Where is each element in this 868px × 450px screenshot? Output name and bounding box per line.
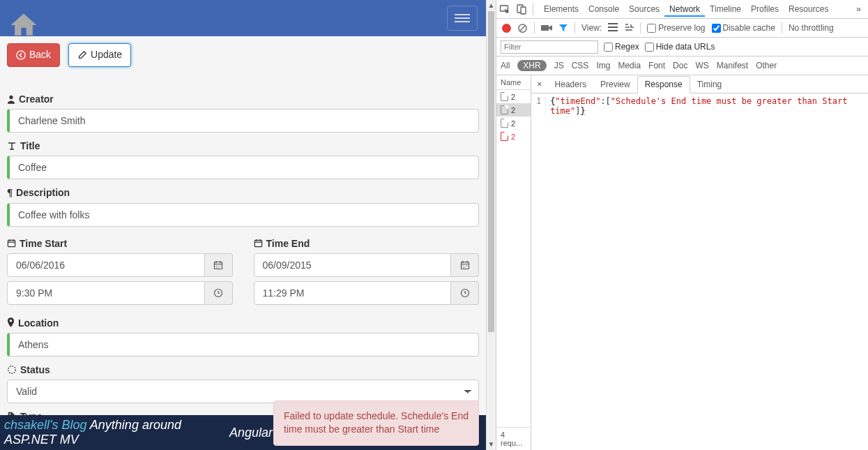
devtools-tab-elements[interactable]: Elements <box>539 1 584 17</box>
filter-input[interactable] <box>501 40 598 54</box>
view-detail-icon[interactable] <box>624 23 634 33</box>
hide-urls-checkbox[interactable]: Hide data URLs <box>645 42 715 52</box>
description-input[interactable] <box>7 203 479 227</box>
time-start-date-input[interactable] <box>7 253 205 277</box>
svg-point-8 <box>8 366 16 373</box>
scroll-down-icon[interactable]: ▼ <box>487 439 496 450</box>
svg-rect-12 <box>521 7 526 14</box>
devtools-tab-network[interactable]: Network <box>664 1 705 17</box>
filter-manifest[interactable]: Manifest <box>717 61 748 70</box>
description-label: ¶ Description <box>7 187 479 199</box>
line-number: 1 <box>531 96 546 116</box>
error-toast: Failed to update schedule. Schedule's En… <box>273 400 479 446</box>
menu-toggle-button[interactable] <box>447 6 478 31</box>
filter-css[interactable]: CSS <box>572 61 589 70</box>
svg-rect-5 <box>254 240 261 246</box>
overflow-icon[interactable]: » <box>852 4 865 14</box>
view-label: View: <box>581 23 602 33</box>
creator-input[interactable] <box>7 109 479 133</box>
time-end-date-input[interactable] <box>254 253 452 277</box>
svg-rect-2 <box>8 240 15 246</box>
response-tab-response[interactable]: Response <box>637 76 690 93</box>
filter-xhr[interactable]: XHR <box>517 60 546 71</box>
scrollbar[interactable]: ▲ ▼ <box>486 0 496 450</box>
app-pane: Back Update Creator Title <box>0 0 486 450</box>
view-list-icon[interactable] <box>608 23 618 33</box>
calendar-icon[interactable] <box>451 253 479 277</box>
clear-icon[interactable] <box>517 23 528 33</box>
response-tab-headers[interactable]: Headers <box>548 75 593 93</box>
filter-font[interactable]: Font <box>648 61 665 70</box>
title-label: Title <box>7 140 479 151</box>
time-start-time-input[interactable] <box>7 281 205 305</box>
preserve-log-checkbox[interactable]: Preserve log <box>647 23 705 33</box>
type-filters: AllXHRJSCSSImgMediaFontDocWSManifestOthe… <box>496 57 868 75</box>
svg-rect-17 <box>608 30 618 31</box>
request-item[interactable]: 2 <box>496 103 531 117</box>
network-toolbar: View: Preserve log Disable cache No thro… <box>496 19 868 38</box>
filter-doc[interactable]: Doc <box>673 61 687 70</box>
devtools: ElementsConsoleSourcesNetworkTimelinePro… <box>496 0 868 450</box>
filter-img[interactable]: Img <box>596 61 610 70</box>
filter-icon[interactable] <box>558 23 568 33</box>
request-item[interactable]: 2 <box>496 117 531 130</box>
back-label: Back <box>29 48 51 62</box>
inspect-icon[interactable] <box>499 3 510 15</box>
filter-js[interactable]: JS <box>554 61 564 70</box>
device-icon[interactable] <box>516 3 527 15</box>
file-icon <box>501 132 508 141</box>
time-start-label: Time Start <box>7 238 233 249</box>
devtools-tab-profiles[interactable]: Profiles <box>746 1 784 17</box>
camera-icon[interactable] <box>541 24 552 32</box>
record-button[interactable] <box>502 24 511 33</box>
file-icon <box>501 119 508 128</box>
home-icon[interactable] <box>8 10 39 43</box>
status-select[interactable]: Valid <box>7 380 479 403</box>
back-button[interactable]: Back <box>7 43 60 67</box>
filter-other[interactable]: Other <box>756 61 777 70</box>
regex-checkbox[interactable]: Regex <box>604 42 639 52</box>
scroll-thumb[interactable] <box>488 11 494 332</box>
devtools-tab-timeline[interactable]: Timeline <box>705 1 746 17</box>
filter-all[interactable]: All <box>501 61 510 70</box>
request-count: 4 requ... <box>496 427 531 450</box>
svg-point-1 <box>9 95 13 98</box>
name-column-header: Name <box>496 75 531 90</box>
response-pane: × HeadersPreviewResponseTiming 1 {"timeE… <box>531 75 868 450</box>
disable-cache-checkbox[interactable]: Disable cache <box>712 23 775 33</box>
svg-rect-16 <box>608 27 618 28</box>
svg-point-0 <box>17 51 25 59</box>
request-item[interactable]: 2 <box>496 130 531 143</box>
request-item[interactable]: 2 <box>496 90 531 103</box>
close-response-button[interactable]: × <box>531 79 548 89</box>
filter-bar: Regex Hide data URLs <box>496 38 868 57</box>
status-label: Status <box>7 364 479 375</box>
response-body: 1 {"timeEnd":["Schedule's End time must … <box>531 93 868 450</box>
creator-label: Creator <box>7 93 479 105</box>
clock-icon[interactable] <box>451 281 479 305</box>
time-end-time-input[interactable] <box>254 281 452 305</box>
blog-link[interactable]: chsakell's Blog <box>4 418 87 432</box>
svg-rect-14 <box>541 25 549 31</box>
clock-icon[interactable] <box>205 281 233 305</box>
response-tab-preview[interactable]: Preview <box>593 75 637 93</box>
svg-rect-10 <box>501 6 508 11</box>
file-icon <box>501 92 508 101</box>
location-input[interactable] <box>7 333 479 357</box>
location-label: Location <box>7 317 479 329</box>
update-button[interactable]: Update <box>68 43 131 67</box>
svg-point-9 <box>9 413 10 414</box>
file-icon <box>501 105 508 114</box>
devtools-tab-resources[interactable]: Resources <box>784 1 833 17</box>
devtools-tab-sources[interactable]: Sources <box>624 1 664 17</box>
response-tab-timing[interactable]: Timing <box>690 75 729 93</box>
scroll-up-icon[interactable]: ▲ <box>487 0 496 11</box>
calendar-icon[interactable] <box>205 253 233 277</box>
navbar <box>0 0 486 36</box>
title-input[interactable] <box>7 156 479 179</box>
devtools-tab-console[interactable]: Console <box>584 1 624 17</box>
filter-media[interactable]: Media <box>618 61 641 70</box>
filter-ws[interactable]: WS <box>695 61 708 70</box>
throttling-select[interactable]: No throttling <box>789 23 834 33</box>
svg-rect-15 <box>608 23 618 24</box>
